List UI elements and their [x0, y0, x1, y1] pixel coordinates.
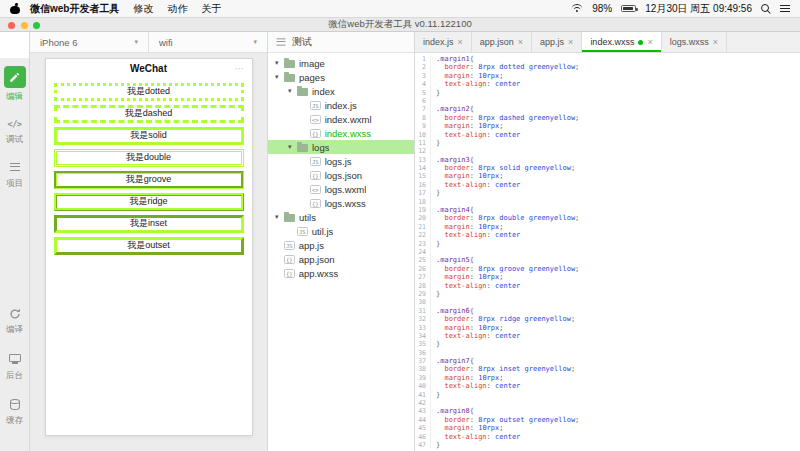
- spotlight-search-icon[interactable]: [761, 4, 771, 14]
- line-content: border: 8rpx dotted greenyellow;: [431, 63, 579, 71]
- zoom-window-button[interactable]: [33, 22, 40, 29]
- tree-item-utils[interactable]: ▾utils: [268, 210, 414, 224]
- line-number: 22: [415, 231, 431, 239]
- tree-item-logs.wxml[interactable]: <>logs.wxml: [268, 182, 414, 196]
- notification-center-icon[interactable]: [780, 5, 790, 13]
- refresh-icon: [7, 306, 23, 322]
- code-line: 13.margin3{: [415, 156, 800, 164]
- line-number: 33: [415, 324, 431, 332]
- tree-item-logs[interactable]: ▾logs: [268, 140, 414, 154]
- tab-index.js[interactable]: index.js×: [415, 32, 472, 52]
- close-window-button[interactable]: [8, 22, 15, 29]
- project-menu-icon[interactable]: [277, 38, 286, 45]
- tree-item-logs.json[interactable]: {}logs.json: [268, 168, 414, 182]
- tab-app.json[interactable]: app.json×: [472, 32, 532, 52]
- chevron-expanded-icon[interactable]: ▾: [275, 73, 284, 81]
- editor-tabs: index.js×app.json×app.js×index.wxss×logs…: [415, 32, 800, 53]
- close-tab-icon[interactable]: ×: [647, 38, 652, 47]
- file-json-icon: {}: [310, 171, 321, 180]
- device-select-value: iPhone 6: [40, 37, 78, 48]
- demo-box-dotted: 我是dotted: [54, 83, 244, 101]
- close-tab-icon[interactable]: ×: [568, 38, 573, 47]
- line-number: 36: [415, 349, 431, 357]
- menubar-menu[interactable]: 关于: [201, 2, 221, 16]
- tree-item-index.wxss[interactable]: {}index.wxss: [268, 126, 414, 140]
- line-number: 15: [415, 172, 431, 180]
- line-number: 7: [415, 105, 431, 113]
- line-content: }: [431, 441, 440, 449]
- tree-item-app.js[interactable]: JSapp.js: [268, 238, 414, 252]
- code-line: 11}: [415, 139, 800, 147]
- folder-icon: [284, 214, 295, 222]
- minimize-window-button[interactable]: [21, 22, 28, 29]
- line-content: [431, 298, 440, 306]
- line-content: [431, 399, 440, 407]
- close-tab-icon[interactable]: ×: [713, 38, 718, 47]
- line-number: 8: [415, 114, 431, 122]
- activity-bar-top-space: [0, 32, 29, 58]
- line-number: 2: [415, 63, 431, 71]
- line-content: margin: 10rpx;: [431, 172, 503, 180]
- tree-item-index.js[interactable]: JSindex.js: [268, 98, 414, 112]
- close-tab-icon[interactable]: ×: [458, 38, 463, 47]
- tree-item-image[interactable]: ▾image: [268, 56, 414, 70]
- tree-item-util.js[interactable]: JSutil.js: [268, 224, 414, 238]
- line-content: text-align: center: [431, 332, 520, 340]
- line-number: 37: [415, 357, 431, 365]
- tree-item-logs.js[interactable]: JSlogs.js: [268, 154, 414, 168]
- menubar-clock: 12月30日 周五 09:49:56: [645, 2, 752, 16]
- tree-item-app.json[interactable]: {}app.json: [268, 252, 414, 266]
- traffic-lights: [8, 22, 40, 29]
- device-select[interactable]: iPhone 6 ▾: [30, 32, 149, 52]
- line-number: 1: [415, 55, 431, 63]
- macos-menubar: 微信web开发者工具修改动作关于 98% 12月30日 周五 09:49:56: [0, 0, 800, 18]
- chevron-expanded-icon[interactable]: ▾: [275, 59, 284, 67]
- tree-item-index.wxml[interactable]: <>index.wxml: [268, 112, 414, 126]
- line-content: .margin3{: [431, 156, 474, 164]
- apple-logo-icon[interactable]: [10, 3, 20, 14]
- code-line: 22 text-align: center: [415, 231, 800, 239]
- activity-item-cache[interactable]: 缓存: [6, 397, 23, 428]
- demo-box-double: 我是double: [54, 149, 244, 167]
- tree-item-pages[interactable]: ▾pages: [268, 70, 414, 84]
- close-tab-icon[interactable]: ×: [518, 38, 523, 47]
- modified-dot: [638, 40, 643, 45]
- wifi-icon[interactable]: [571, 4, 583, 13]
- tree-item-index[interactable]: ▾index: [268, 84, 414, 98]
- tree-item-logs.wxss[interactable]: {}logs.wxss: [268, 196, 414, 210]
- activity-item-debug[interactable]: </>调试: [6, 116, 23, 147]
- tab-index.wxss[interactable]: index.wxss×: [582, 32, 661, 52]
- activity-item-project[interactable]: 项目: [6, 159, 23, 190]
- demo-box-groove: 我是groove: [54, 171, 244, 189]
- network-select[interactable]: wifi ▾: [149, 32, 267, 52]
- line-number: 39: [415, 374, 431, 382]
- simulator-screen: WeChat ⋯ 我是dotted我是dashed我是solid我是double…: [45, 58, 253, 436]
- folder-icon: [284, 60, 295, 68]
- menubar-menu[interactable]: 修改: [133, 2, 153, 16]
- demo-box-dashed: 我是dashed: [54, 105, 244, 123]
- chevron-expanded-icon[interactable]: ▾: [288, 87, 297, 95]
- file-tree: ▾image▾pages▾indexJSindex.js<>index.wxml…: [268, 53, 414, 451]
- code-line: 20 border: 8rpx double greenyellow;: [415, 214, 800, 222]
- code-editor[interactable]: 1.margin1{2 border: 8rpx dotted greenyel…: [415, 53, 800, 451]
- code-line: 34 text-align: center: [415, 332, 800, 340]
- menubar-menu[interactable]: 动作: [167, 2, 187, 16]
- tab-logs.wxss[interactable]: logs.wxss×: [662, 32, 727, 52]
- chevron-down-icon: ▾: [134, 38, 138, 46]
- line-content: text-align: center: [431, 231, 520, 239]
- activity-item-edit[interactable]: 编辑: [4, 66, 26, 103]
- more-menu-icon[interactable]: ⋯: [235, 63, 245, 74]
- code-line: 23}: [415, 240, 800, 248]
- miniprogram-title: WeChat: [130, 63, 167, 74]
- chevron-expanded-icon[interactable]: ▾: [275, 213, 284, 221]
- activity-item-compile[interactable]: 编译: [6, 306, 23, 337]
- code-line: 35}: [415, 340, 800, 348]
- menubar-menu[interactable]: 微信web开发者工具: [30, 2, 119, 16]
- activity-item-backend[interactable]: 后台: [6, 351, 23, 382]
- line-number: 38: [415, 365, 431, 373]
- chevron-expanded-icon[interactable]: ▾: [288, 143, 297, 151]
- line-content: margin: 10rpx;: [431, 374, 503, 382]
- tree-item-app.wxss[interactable]: {}app.wxss: [268, 266, 414, 280]
- tab-app.js[interactable]: app.js×: [532, 32, 582, 52]
- code-line: 38 border: 8rpx inset greenyellow;: [415, 365, 800, 373]
